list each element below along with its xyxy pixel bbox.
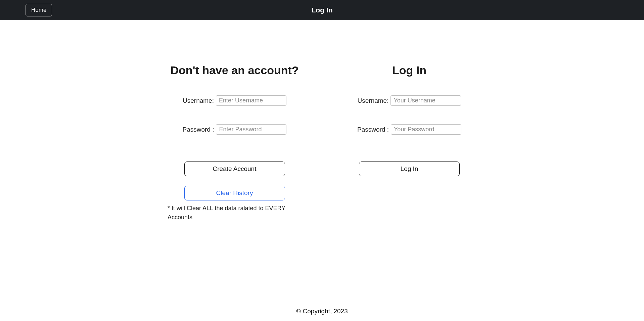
login-password-input[interactable] [391,124,461,135]
home-button[interactable]: Home [26,4,52,16]
signup-password-row: Password : [168,124,302,135]
signup-username-input[interactable] [216,95,286,106]
login-username-row: Username: [342,95,476,106]
footer-copyright: © Copyright, 2023 [0,301,644,318]
signup-username-label: Username: [183,97,214,104]
login-password-row: Password : [342,124,476,135]
signup-username-row: Username: [168,95,302,106]
login-username-input[interactable] [390,95,461,106]
clear-history-button[interactable]: Clear History [184,186,285,200]
clear-history-warning: * It will Clear ALL the data ralated to … [168,204,288,222]
login-button[interactable]: Log In [359,162,460,176]
login-username-label: Username: [358,97,389,104]
signup-password-input[interactable] [216,124,286,135]
signup-panel: Don't have an account? Username: Passwor… [147,64,322,274]
create-account-button[interactable]: Create Account [184,162,285,176]
page-title: Log In [312,6,333,14]
login-panel: Log In Username: Password : Log In [322,64,497,274]
navbar: Home Log In [0,0,644,20]
main-content: Don't have an account? Username: Passwor… [0,20,644,301]
signup-password-label: Password : [183,126,214,133]
login-heading: Log In [392,64,426,77]
signup-heading: Don't have an account? [170,64,298,77]
login-password-label: Password : [357,126,389,133]
